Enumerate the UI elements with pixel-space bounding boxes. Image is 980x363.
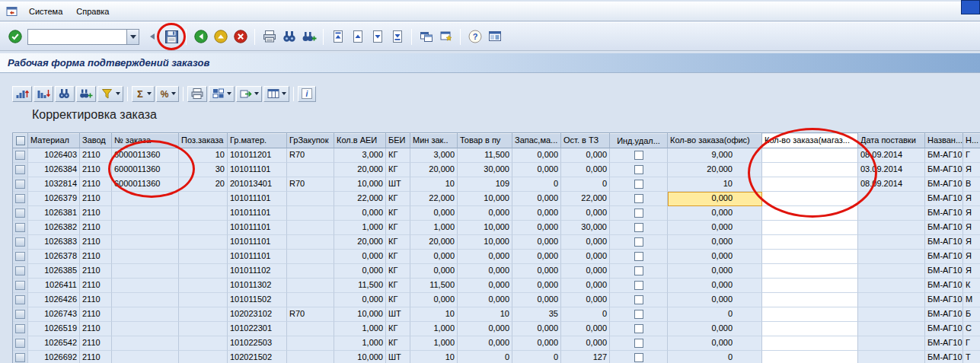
- cell-sel[interactable]: [13, 163, 28, 177]
- cell-delivery_date[interactable]: 08.09.2014: [858, 177, 925, 192]
- cell-material[interactable]: 1026426: [28, 293, 80, 307]
- info-button[interactable]: i: [298, 86, 316, 102]
- column-header-qty_store[interactable]: Кол-во заказа(магаз...: [762, 133, 858, 148]
- cell-qty_store[interactable]: [762, 293, 858, 307]
- cell-mat_group[interactable]: 101011101: [228, 250, 287, 264]
- cell-in_transit[interactable]: 0,000: [458, 264, 512, 279]
- cell-stock[interactable]: 0,000: [512, 163, 561, 177]
- cell-qty_store[interactable]: [762, 250, 858, 264]
- alv-find-next-button[interactable]: [76, 86, 96, 102]
- cell-qty_store[interactable]: [762, 307, 858, 322]
- cell-qty_office[interactable]: 0,000: [668, 192, 762, 206]
- cell-purch_group[interactable]: [287, 192, 334, 206]
- cell-min_order[interactable]: 20,000: [410, 163, 458, 177]
- cell-in_transit[interactable]: 0,000: [458, 336, 512, 351]
- cell-min_order[interactable]: 0,000: [410, 264, 458, 279]
- cell-item[interactable]: [179, 293, 228, 307]
- cell-order_no[interactable]: [112, 235, 179, 250]
- cell-mat_group[interactable]: 101011101: [228, 235, 287, 250]
- cell-plant[interactable]: 2110: [80, 235, 112, 250]
- cell-purch_group[interactable]: [287, 163, 334, 177]
- row-select-button[interactable]: [15, 295, 25, 304]
- cell-name[interactable]: БМ-АГ10: [925, 177, 963, 192]
- cell-extra[interactable]: М: [963, 293, 980, 307]
- new-session-button[interactable]: [417, 28, 435, 46]
- cell-qty_aei[interactable]: 0,000: [334, 206, 386, 221]
- cell-extra[interactable]: К: [963, 279, 980, 293]
- cell-order_no[interactable]: [112, 336, 179, 351]
- sort-descending-button[interactable]: [34, 86, 53, 102]
- filter-button[interactable]: [97, 86, 123, 102]
- cell-min_order[interactable]: 1,000: [410, 221, 458, 235]
- save-button[interactable]: [163, 28, 180, 46]
- cell-material[interactable]: 1026383: [28, 235, 80, 250]
- cell-qty_aei[interactable]: 0,000: [334, 250, 386, 264]
- cell-extra[interactable]: С: [963, 322, 980, 336]
- cell-del_flag[interactable]: [610, 221, 668, 235]
- find-button[interactable]: [280, 28, 298, 46]
- cell-delivery_date[interactable]: [858, 279, 925, 293]
- cell-min_order[interactable]: 0,000: [410, 250, 458, 264]
- cell-qty_office[interactable]: 0,000: [668, 293, 762, 307]
- cell-rest_tz[interactable]: 0,000: [561, 235, 610, 250]
- row-select-button[interactable]: [15, 194, 25, 203]
- cell-stock[interactable]: 0: [512, 351, 561, 363]
- cell-delivery_date[interactable]: 08.09.2014: [858, 148, 925, 163]
- column-header-qty_aei[interactable]: Кол.в АЕИ: [334, 133, 386, 148]
- row-select-button[interactable]: [15, 310, 25, 319]
- cell-extra[interactable]: В: [963, 177, 980, 192]
- cell-del_flag[interactable]: [610, 250, 668, 264]
- cell-rest_tz[interactable]: 0,000: [561, 264, 610, 279]
- cell-rest_tz[interactable]: 22,000: [561, 192, 610, 206]
- cell-qty_aei[interactable]: 10,000: [334, 307, 386, 322]
- cell-extra[interactable]: Я: [963, 221, 980, 235]
- cell-qty_office[interactable]: 0,000: [668, 264, 762, 279]
- cell-material[interactable]: 1026381: [28, 206, 80, 221]
- cell-item[interactable]: [179, 279, 228, 293]
- cell-del_flag[interactable]: [610, 206, 668, 221]
- control-menu-icon[interactable]: [6, 6, 18, 17]
- print-button[interactable]: [260, 28, 278, 46]
- cell-material[interactable]: 1032814: [28, 177, 80, 192]
- cell-mat_group[interactable]: 101011101: [228, 221, 287, 235]
- cell-plant[interactable]: 2110: [80, 351, 112, 363]
- cell-name[interactable]: БМ-АГ10: [925, 279, 963, 293]
- cell-qty_office[interactable]: 0,000: [668, 235, 762, 250]
- cell-purch_group[interactable]: R70: [287, 148, 334, 163]
- cell-in_transit[interactable]: 0: [458, 351, 512, 363]
- cell-order_no[interactable]: 6000011360: [112, 163, 179, 177]
- cell-name[interactable]: БМ-АГ10: [925, 221, 963, 235]
- cell-qty_aei[interactable]: 10,000: [334, 351, 386, 363]
- cell-plant[interactable]: 2110: [80, 163, 112, 177]
- column-header-qty_office[interactable]: Кол-во заказа(офис): [668, 133, 762, 148]
- next-page-button[interactable]: [369, 28, 386, 46]
- cell-sel[interactable]: [13, 307, 28, 322]
- cell-stock[interactable]: 0: [512, 177, 561, 192]
- cell-in_transit[interactable]: 0,000: [458, 322, 512, 336]
- cell-uom[interactable]: КГ: [386, 250, 410, 264]
- cell-sel[interactable]: [13, 206, 28, 221]
- column-header-mat_group[interactable]: Гр.матер.: [228, 133, 287, 148]
- cell-sel[interactable]: [13, 264, 28, 279]
- cell-order_no[interactable]: [112, 192, 179, 206]
- cell-delivery_date[interactable]: [858, 264, 925, 279]
- cell-del_flag[interactable]: [610, 293, 668, 307]
- cell-rest_tz[interactable]: 0,000: [561, 322, 610, 336]
- cell-del_flag[interactable]: [610, 322, 668, 336]
- cell-plant[interactable]: 2110: [80, 307, 112, 322]
- cell-qty_aei[interactable]: 0,000: [334, 264, 386, 279]
- cell-extra[interactable]: Я: [963, 163, 980, 177]
- cell-purch_group[interactable]: [287, 235, 334, 250]
- cell-item[interactable]: [179, 307, 228, 322]
- cell-min_order[interactable]: 0,000: [410, 206, 458, 221]
- cell-plant[interactable]: 2110: [80, 293, 112, 307]
- cell-min_order[interactable]: 22,000: [410, 192, 458, 206]
- cell-min_order[interactable]: 10: [410, 351, 458, 363]
- column-header-del_flag[interactable]: Инд.удал...: [610, 133, 668, 148]
- deletion-indicator-checkbox[interactable]: [634, 194, 643, 203]
- column-header-plant[interactable]: Завод: [80, 133, 112, 148]
- cell-name[interactable]: БМ-АГ10: [925, 293, 963, 307]
- cell-del_flag[interactable]: [610, 192, 668, 206]
- cell-qty_office[interactable]: 0,000: [668, 221, 762, 235]
- export-button[interactable]: [236, 86, 262, 102]
